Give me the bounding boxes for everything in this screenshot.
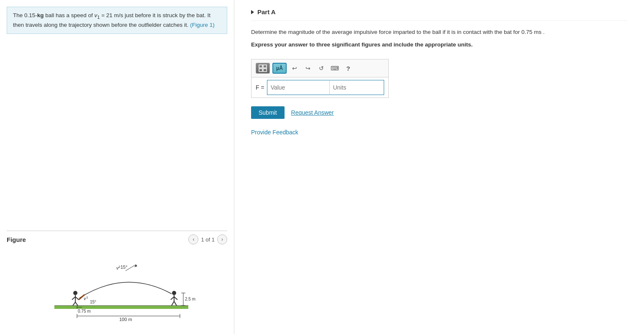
answer-box: μÅ ↩ ↪ ↺ ⌨ <box>251 59 389 98</box>
svg-line-22 <box>171 297 174 300</box>
svg-line-6 <box>73 302 75 306</box>
action-row: Submit Request Answer <box>251 106 627 119</box>
left-panel: The 0.15-kg ball has a speed of v1 = 21 … <box>0 0 234 334</box>
value-input[interactable] <box>267 80 330 95</box>
figure-next-button[interactable]: › <box>217 234 227 244</box>
svg-marker-13 <box>134 265 137 267</box>
mu-label: μÅ <box>276 65 283 71</box>
svg-text:1: 1 <box>86 295 88 299</box>
svg-rect-35 <box>263 65 267 68</box>
collapse-icon[interactable] <box>251 10 254 14</box>
figure-section: Figure ‹ 1 of 1 › <box>7 231 227 327</box>
provide-feedback-link[interactable]: Provide Feedback <box>251 129 298 136</box>
help-icon: ? <box>346 65 350 72</box>
part-header: Part A <box>251 8 627 21</box>
undo-button[interactable]: ↩ <box>289 63 300 74</box>
figure-image-area: v 2 15° v 1 15° 0.75 m <box>7 248 227 327</box>
mu-button[interactable]: μÅ <box>272 63 287 74</box>
units-input[interactable] <box>330 80 384 95</box>
svg-text:100 m: 100 m <box>119 317 132 322</box>
help-button[interactable]: ? <box>343 63 354 74</box>
svg-text:2.5 m: 2.5 m <box>185 297 195 301</box>
svg-line-5 <box>75 297 79 300</box>
keyboard-icon: ⌨ <box>331 65 339 72</box>
keyboard-button[interactable]: ⌨ <box>329 63 340 74</box>
svg-line-7 <box>75 302 78 306</box>
part-label: Part A <box>257 8 276 15</box>
figure-navigation: ‹ 1 of 1 › <box>188 234 227 244</box>
question-line1: Determine the magnitude of the average i… <box>251 28 627 37</box>
problem-statement: The 0.15-kg ball has a speed of v1 = 21 … <box>7 7 227 34</box>
refresh-icon: ↺ <box>319 65 324 72</box>
svg-rect-34 <box>259 65 262 68</box>
svg-text:0.75 m: 0.75 m <box>78 309 91 313</box>
svg-text:15°: 15° <box>90 300 96 304</box>
reset-button[interactable]: ↺ <box>316 63 327 74</box>
answer-toolbar: μÅ ↩ ↪ ↺ ⌨ <box>251 59 388 77</box>
submit-button[interactable]: Submit <box>251 106 285 119</box>
diagram-svg: v 2 15° v 1 15° 0.75 m <box>42 256 201 323</box>
svg-text:15°: 15° <box>121 265 128 270</box>
svg-rect-37 <box>263 69 267 72</box>
svg-rect-0 <box>54 306 188 309</box>
svg-point-2 <box>73 291 77 295</box>
svg-line-23 <box>174 297 177 300</box>
svg-line-4 <box>72 297 75 300</box>
figure-prev-button[interactable]: ‹ <box>188 234 198 244</box>
redo-icon: ↪ <box>305 65 310 72</box>
f-equals-label: F = <box>256 84 264 91</box>
figure-header: Figure ‹ 1 of 1 › <box>7 231 227 248</box>
svg-line-25 <box>174 301 177 306</box>
undo-icon: ↩ <box>292 65 297 72</box>
redo-button[interactable]: ↪ <box>303 63 313 74</box>
question-line2: Express your answer to three significant… <box>251 40 627 49</box>
figure-title: Figure <box>7 236 26 243</box>
figure-nav-text: 1 of 1 <box>201 236 215 243</box>
figure-link[interactable]: (Figure 1) <box>190 22 215 28</box>
svg-line-24 <box>172 301 174 306</box>
matrix-button[interactable] <box>256 63 270 74</box>
right-panel: Part A Determine the magnitude of the av… <box>234 0 644 334</box>
answer-input-row: F = <box>251 77 388 98</box>
request-answer-button[interactable]: Request Answer <box>291 109 334 116</box>
svg-point-20 <box>172 291 176 295</box>
svg-rect-36 <box>259 69 262 72</box>
